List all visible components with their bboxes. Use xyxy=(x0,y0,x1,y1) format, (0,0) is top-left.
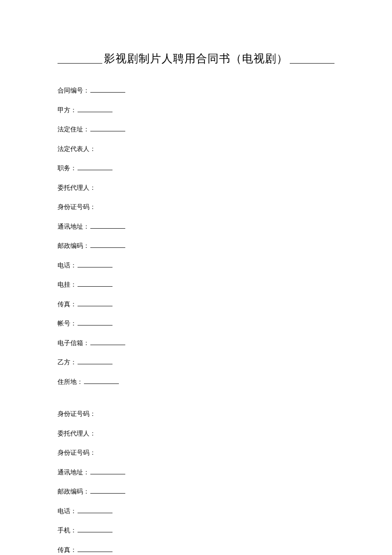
field-row: 委托代理人： xyxy=(58,430,334,438)
blank-line[interactable] xyxy=(90,87,125,93)
field-row: 身份证号码： xyxy=(58,203,334,212)
blank-line[interactable] xyxy=(90,242,125,248)
blank-line[interactable] xyxy=(78,526,112,532)
blank-line[interactable] xyxy=(90,488,125,494)
field-label: 帐号： xyxy=(58,320,77,327)
blank-line[interactable] xyxy=(90,339,125,345)
field-row: 电话： xyxy=(58,507,334,516)
field-label: 合同编号： xyxy=(58,87,89,94)
blank-line[interactable] xyxy=(84,378,119,384)
field-label: 法定住址： xyxy=(58,126,89,133)
blank-line[interactable] xyxy=(90,468,125,474)
field-row: 手机： xyxy=(58,526,334,535)
field-label: 传真： xyxy=(58,546,77,553)
field-row: 通讯地址： xyxy=(58,468,334,477)
blank-line[interactable] xyxy=(78,262,112,267)
field-row: 委托代理人： xyxy=(58,184,334,192)
field-label: 电挂： xyxy=(58,281,77,288)
field-label: 邮政编码： xyxy=(58,242,89,249)
title-row: 影视剧制片人聘用合同书（电视剧） xyxy=(58,51,334,66)
title-rule-right xyxy=(290,63,334,64)
field-row: 身份证号码： xyxy=(58,449,334,457)
field-label: 住所地： xyxy=(58,378,83,385)
blank-line[interactable] xyxy=(78,358,112,364)
field-label: 电话： xyxy=(58,262,77,269)
field-row: 乙方： xyxy=(58,358,334,367)
blank-line[interactable] xyxy=(78,300,112,306)
title-rule-left xyxy=(58,63,102,64)
field-row: 通讯地址： xyxy=(58,223,334,231)
title-line: 影视剧制片人聘用合同书（电视剧） xyxy=(58,51,334,66)
fields-container: 合同编号：甲方：法定住址：法定代表人：职务：委托代理人：身份证号码：通讯地址：邮… xyxy=(58,87,334,554)
field-label: 身份证号码： xyxy=(58,449,96,456)
field-row: 法定代表人： xyxy=(58,145,334,154)
blank-line[interactable] xyxy=(78,106,112,112)
field-row: 邮政编码： xyxy=(58,488,334,496)
blank-line[interactable] xyxy=(78,320,112,325)
field-row: 法定住址： xyxy=(58,125,334,134)
field-row: 合同编号： xyxy=(58,87,334,95)
field-row: 身份证号码： xyxy=(58,410,334,418)
field-label: 乙方： xyxy=(58,359,77,366)
field-row: 传真： xyxy=(58,300,334,309)
field-row: 帐号： xyxy=(58,320,334,328)
field-label: 传真： xyxy=(58,301,77,308)
field-row: 电挂： xyxy=(58,281,334,289)
field-label: 委托代理人： xyxy=(58,430,96,437)
field-row: 电话： xyxy=(58,262,334,270)
field-label: 甲方： xyxy=(58,107,77,113)
document-page: 影视剧制片人聘用合同书（电视剧） 合同编号：甲方：法定住址：法定代表人：职务：委… xyxy=(0,0,392,555)
blank-line[interactable] xyxy=(78,546,112,552)
field-label: 身份证号码： xyxy=(58,203,96,210)
blank-line[interactable] xyxy=(78,164,112,170)
field-row: 传真： xyxy=(58,546,334,555)
field-row: 邮政编码： xyxy=(58,242,334,250)
field-label: 电话： xyxy=(58,508,77,514)
blank-line[interactable] xyxy=(78,281,112,287)
document-title: 影视剧制片人聘用合同书（电视剧） xyxy=(102,51,290,66)
field-row: 职务： xyxy=(58,164,334,173)
field-label: 通讯地址： xyxy=(58,223,89,230)
field-label: 手机： xyxy=(58,527,77,534)
blank-line[interactable] xyxy=(78,507,112,513)
field-label: 职务： xyxy=(58,165,77,171)
field-label: 通讯地址： xyxy=(58,469,89,476)
field-row: 甲方： xyxy=(58,106,334,115)
field-row: 住所地： xyxy=(58,378,334,386)
field-label: 法定代表人： xyxy=(58,145,96,152)
field-label: 身份证号码： xyxy=(58,410,96,417)
field-label: 电子信箱： xyxy=(58,340,89,346)
field-label: 邮政编码： xyxy=(58,488,89,495)
blank-line[interactable] xyxy=(90,125,125,131)
blank-line[interactable] xyxy=(90,223,125,229)
field-label: 委托代理人： xyxy=(58,184,96,191)
field-row: 电子信箱： xyxy=(58,339,334,348)
